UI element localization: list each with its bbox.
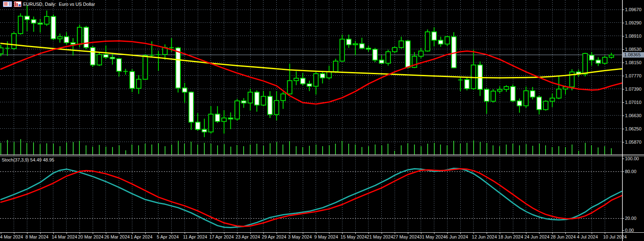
volume-bar [289, 141, 290, 154]
candle-body [511, 87, 515, 101]
candle-body [235, 101, 239, 119]
mt4-chart-window: EURUSD, Daily: Euro vs US Dollar Stoch(3… [0, 0, 644, 241]
time-axis-label: 21 May 2024 [367, 234, 393, 239]
volume-bar [394, 151, 395, 154]
candle-body [268, 96, 272, 115]
stoch-layer [1, 169, 622, 228]
time-axis[interactable]: 4 Mar 20248 Mar 202414 Mar 202420 Mar 20… [0, 232, 644, 241]
candle-body [491, 91, 496, 101]
candle-body [393, 48, 397, 52]
volume-bar [224, 144, 225, 154]
volume-bar [499, 146, 500, 154]
candle-body [45, 17, 49, 24]
volume-bar [270, 143, 271, 154]
price-axis-label: 1.07770 [625, 73, 642, 78]
candle-body [97, 55, 102, 65]
volume-bar [604, 146, 605, 154]
volume-bar [460, 144, 461, 154]
price-axis-label: 1.06250 [625, 126, 642, 131]
candle-body [386, 52, 390, 63]
volume-bar [414, 145, 415, 154]
candle-body [12, 34, 16, 48]
time-axis-label: 23 Apr 2024 [235, 234, 260, 239]
candle-body [215, 114, 220, 122]
candle-body [248, 92, 253, 103]
volume-bar [480, 142, 481, 154]
volume-bar [171, 145, 172, 154]
volume-bar [355, 145, 356, 154]
candle-body [281, 94, 285, 101]
volume-bar [545, 145, 546, 154]
volume-bar [512, 144, 513, 154]
volume-bar [105, 147, 106, 154]
volume-bar [407, 143, 408, 154]
candle-body [445, 37, 450, 44]
volume-bar [86, 145, 86, 154]
candle-body [57, 37, 62, 39]
candle-body [524, 91, 528, 106]
candle-body [274, 101, 279, 115]
candle-body [228, 118, 233, 119]
volume-bar [66, 142, 67, 154]
candle-body [143, 55, 148, 79]
volume-bar [335, 144, 336, 154]
chart-canvas[interactable] [0, 0, 644, 241]
candle-body [77, 27, 82, 44]
price-axis-label: 1.05870 [625, 140, 642, 145]
candle-body [379, 60, 384, 63]
candle-body [464, 80, 469, 89]
candle-body [91, 48, 95, 65]
price-axis[interactable]: 1.096701.092901.089101.085301.081501.077… [622, 0, 644, 232]
volume-bar [453, 141, 454, 154]
volume-bar [401, 145, 402, 154]
time-axis-label: 26 Mar 2024 [104, 234, 130, 239]
volume-bar [526, 144, 527, 154]
chart-title: EURUSD, Daily: Euro vs US Dollar [23, 2, 95, 7]
volume-bar [421, 146, 421, 154]
volume-bar [46, 143, 47, 154]
volume-bar [598, 147, 599, 154]
volume-bar [282, 145, 283, 154]
volume-bar [381, 145, 382, 154]
volume-bar [112, 147, 113, 154]
candle-body [399, 41, 404, 48]
candle-body [471, 65, 476, 89]
time-axis-label: 18 Jun 2024 [498, 234, 523, 239]
candle-body [438, 40, 443, 44]
time-axis-label: 10 Jul 2024 [603, 234, 627, 239]
candle-body [117, 59, 121, 71]
volume-bar [532, 146, 533, 154]
candle-body [307, 84, 311, 86]
candle-body [189, 92, 194, 122]
candle-body [196, 122, 200, 130]
volume-bar [237, 145, 237, 154]
panel-separator [0, 156, 644, 156]
volume-bar [132, 145, 132, 154]
time-axis-label: 29 Apr 2024 [262, 234, 286, 239]
volume-bar [92, 147, 93, 154]
time-axis-label: 31 May 2024 [419, 234, 446, 239]
volume-bar [309, 146, 310, 154]
time-axis-label: 4 Jul 2024 [577, 234, 598, 239]
candle-body [583, 53, 587, 74]
panel-separator [0, 154, 644, 155]
volume-bar [26, 143, 27, 154]
volume-bar [519, 145, 520, 154]
candle-body [182, 88, 187, 92]
volume-bar [578, 151, 579, 154]
stoch-axis-label: 80.00 [625, 169, 637, 174]
volume-bar [440, 145, 441, 154]
volume-bar [138, 145, 139, 154]
time-axis-label: 3 May 2024 [288, 234, 311, 239]
candle-body [64, 37, 69, 43]
time-axis-label: 9 May 2024 [314, 234, 338, 239]
volume-bar [191, 142, 192, 154]
time-axis-label: 1 Apr 2024 [130, 234, 152, 239]
candle-body [550, 98, 555, 101]
candle-body [287, 81, 292, 94]
price-axis-label: 1.09670 [625, 7, 642, 12]
candle-body [517, 101, 522, 106]
candle-body [18, 16, 23, 34]
candle-body [603, 57, 607, 63]
price-axis-label: 1.07390 [625, 87, 642, 92]
